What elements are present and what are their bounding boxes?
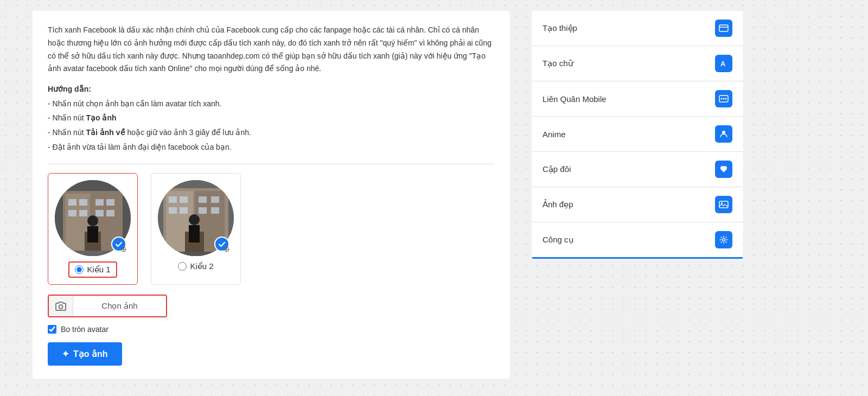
photo-icon [715,196,732,213]
style1-radio-label[interactable]: Kiểu 1 [68,261,117,278]
svg-point-38 [723,98,725,100]
guide-heading: Hướng dẫn: [48,85,91,93]
svg-rect-21 [180,196,188,203]
sidebar-item-anh-dep[interactable]: Ảnh đẹp [532,187,743,222]
zoom-icon-1[interactable]: ⊕ [118,243,130,255]
anime-icon [715,125,732,143]
svg-point-42 [721,202,723,204]
sidebar-item-cong-cu-label: Công cụ [542,235,574,245]
sidebar-item-tao-thiep-label: Tạo thiệp [542,23,577,33]
style-selection: ⊕ Kiểu 1 [48,173,495,285]
svg-rect-24 [169,207,177,214]
sidebar-item-tao-chu-label: Tạo chữ [542,59,573,68]
choose-photo-button[interactable]: Chọn ảnh [48,295,167,317]
step1: - Nhấn nút chọn ảnh bạn cần làm avatar t… [48,99,222,108]
description-paragraph: Tích xanh Facebook là dấu xác nhận chính… [48,24,495,75]
style-card-2[interactable]: ⊕ Kiểu 2 [151,173,241,285]
round-avatar-row: Bo tròn avatar [48,325,495,334]
sidebar-item-cong-cu[interactable]: Công cụ [532,222,743,259]
instructions-block: Hướng dẫn: - Nhấn nút chọn ảnh bạn cần l… [48,82,495,154]
svg-rect-41 [719,201,728,208]
sidebar-item-cap-doi-label: Cặp đôi [542,164,571,174]
sidebar-item-tao-chu[interactable]: Tạo chữ A [532,46,743,81]
page-wrapper: Tích xanh Facebook là dấu xác nhận chính… [0,0,868,396]
sidebar-item-anime-label: Anime [542,130,566,139]
style2-radio[interactable] [178,262,187,271]
style2-label: Kiểu 2 [190,261,213,271]
step3: - Nhấn nút Tải ảnh về hoặc giữ vào ảnh 3… [48,128,251,137]
svg-rect-27 [211,207,219,214]
choose-photo-text: Chọn ảnh [73,296,166,316]
style-card-1[interactable]: ⊕ Kiểu 1 [48,173,138,285]
svg-rect-30 [189,225,200,242]
svg-rect-22 [199,196,207,203]
svg-text:A: A [720,60,726,68]
card-icon [715,20,732,37]
svg-rect-23 [211,196,219,203]
svg-point-32 [59,305,63,309]
step2: - Nhấn nút Tạo ảnh [48,113,117,122]
svg-rect-5 [79,199,87,206]
tools-icon [715,231,732,248]
svg-rect-11 [106,210,114,216]
couple-icon [715,161,732,178]
svg-point-37 [721,98,723,100]
svg-rect-10 [95,210,104,216]
sidebar: Tạo thiệp Tạo chữ A Liên Quân Mobile [532,11,743,259]
text-icon: A [715,55,732,72]
svg-rect-7 [106,199,114,206]
sidebar-item-lien-quan[interactable]: Liên Quân Mobile [532,81,743,117]
divider [48,164,495,164]
svg-point-29 [189,214,200,225]
game-icon [715,90,732,107]
create-btn-label: Tạo ảnh [73,349,108,359]
svg-point-43 [723,239,725,241]
create-btn-icon: ✦ [62,349,69,359]
svg-rect-14 [87,226,98,242]
svg-rect-26 [199,207,207,214]
svg-point-13 [87,215,98,226]
sidebar-item-cap-doi[interactable]: Cặp đôi [532,152,743,187]
round-avatar-label[interactable]: Bo tròn avatar [61,325,108,334]
create-image-button[interactable]: ✦ Tạo ảnh [48,342,122,366]
round-avatar-checkbox[interactable] [48,325,56,334]
style1-radio[interactable] [75,265,84,274]
sidebar-item-tao-thiep[interactable]: Tạo thiệp [532,11,743,46]
avatar-preview-2: ⊕ [158,180,234,256]
avatar-preview-1: ⊕ [55,180,131,256]
style2-radio-label[interactable]: Kiểu 2 [178,261,213,271]
main-content: Tích xanh Facebook là dấu xác nhận chính… [33,11,510,379]
svg-rect-20 [169,196,177,203]
step4: - Đặt ảnh vừa tải làm ảnh đại diện faceb… [48,143,232,151]
svg-point-40 [722,131,725,134]
svg-rect-25 [180,207,188,214]
svg-rect-8 [68,210,76,216]
sidebar-item-lien-quan-label: Liên Quân Mobile [542,94,607,104]
svg-rect-9 [79,210,87,216]
svg-point-39 [725,98,727,100]
svg-rect-4 [68,199,76,206]
svg-rect-33 [719,25,728,31]
sidebar-item-anh-dep-label: Ảnh đẹp [542,200,573,209]
sidebar-item-anime[interactable]: Anime [532,117,743,152]
svg-rect-6 [95,199,104,206]
zoom-icon-2[interactable]: ⊕ [221,243,233,255]
camera-icon [49,296,73,316]
style1-label: Kiểu 1 [87,265,110,274]
